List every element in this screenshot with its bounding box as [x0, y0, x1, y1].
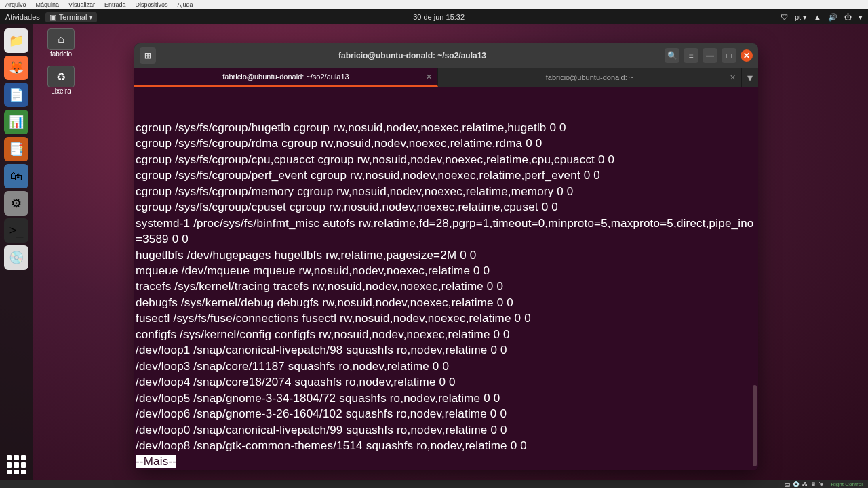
vm-menu-input[interactable]: Entrada — [104, 1, 126, 8]
terminal-line: systemd-1 /proc/sys/fs/binfmt_misc autof… — [136, 216, 757, 247]
vm-host-statusbar: 🖴 💿 🖧 🖥 🖱 Right Control — [0, 480, 868, 488]
terminal-line: /dev/loop3 /snap/core/11187 squashfs ro,… — [136, 359, 757, 374]
tab-dropdown-button[interactable]: ▾ — [742, 68, 758, 87]
vm-menu-devices[interactable]: Dispositivos — [135, 1, 167, 8]
pager-more-prompt[interactable]: --Mais-- — [136, 455, 176, 468]
vm-menu-help[interactable]: Ajuda — [177, 1, 193, 8]
terminal-line: /dev/loop4 /snap/core18/2074 squashfs ro… — [136, 374, 757, 390]
app-menu-label: Terminal ▾ — [59, 13, 94, 22]
volume-icon[interactable]: 🔊 — [828, 13, 837, 22]
desktop-icons-area: ⌂fabricio♻Lixeira — [41, 28, 81, 95]
minimize-icon: — — [706, 51, 714, 60]
terminal-line: hugetlbfs /dev/hugepages hugetlbfs rw,re… — [136, 247, 757, 263]
terminal-line: /dev/loop0 /snap/canonical-livepatch/99 … — [136, 422, 757, 438]
terminal-line: /dev/loop5 /snap/gnome-3-34-1804/72 squa… — [136, 390, 757, 406]
terminal-output[interactable]: cgroup /sys/fs/cgroup/hugetlb cgroup rw,… — [134, 87, 758, 470]
tab-label: fabricio@ubuntu-donald: ~/so2/aula13 — [222, 73, 349, 81]
new-tab-button[interactable]: ⊞ — [140, 47, 156, 64]
terminal-tab[interactable]: fabricio@ubuntu-donald: ~✕ — [438, 68, 742, 87]
terminal-line: /dev/loop6 /snap/gnome-3-26-1604/102 squ… — [136, 406, 757, 422]
vm-indicator-icon[interactable]: 🖱 — [818, 481, 824, 487]
folder-icon: ⌂ — [47, 28, 75, 50]
maximize-button[interactable]: □ — [722, 48, 736, 63]
language-indicator[interactable]: pt ▾ — [795, 13, 807, 22]
close-button[interactable]: ✕ — [741, 49, 753, 62]
app-menu-button[interactable]: ▣ Terminal ▾ — [45, 12, 98, 22]
terminal-line: cgroup /sys/fs/cgroup/memory cgroup rw,n… — [136, 184, 757, 199]
terminal-scrollbar[interactable] — [753, 385, 757, 466]
dock-item-disc[interactable]: 💿 — [4, 245, 28, 270]
system-menu-chevron-icon[interactable]: ▾ — [859, 13, 863, 22]
show-applications-button[interactable] — [7, 455, 26, 474]
power-icon[interactable]: ⏻ — [844, 13, 852, 21]
terminal-titlebar[interactable]: ⊞ fabricio@ubuntu-donald: ~/so2/aula13 🔍… — [134, 43, 758, 68]
tab-close-icon[interactable]: ✕ — [426, 73, 432, 81]
desktop-icon-label: Lixeira — [51, 87, 71, 95]
search-icon: 🔍 — [667, 51, 677, 60]
network-icon[interactable]: ▲ — [814, 13, 821, 21]
terminal-line: /dev/loop1 /snap/canonical-livepatch/98 … — [136, 342, 757, 358]
terminal-line: tracefs /sys/kernel/tracing tracefs rw,n… — [136, 279, 757, 294]
activities-button[interactable]: Atividades — [5, 13, 40, 21]
search-button[interactable]: 🔍 — [665, 48, 679, 63]
vm-indicator-icon[interactable]: 🖥 — [810, 481, 816, 487]
terminal-tabstrip: fabricio@ubuntu-donald: ~/so2/aula13✕fab… — [134, 68, 758, 87]
gnome-topbar: Atividades ▣ Terminal ▾ 30 de jun 15:32 … — [0, 9, 868, 24]
vm-host-menubar[interactable]: Arquivo Máquina Visualizar Entrada Dispo… — [0, 0, 868, 9]
clock[interactable]: 30 de jun 15:32 — [97, 13, 780, 21]
tab-close-icon[interactable]: ✕ — [730, 73, 736, 82]
terminal-line: cgroup /sys/fs/cgroup/perf_event cgroup … — [136, 167, 757, 183]
terminal-line: mqueue /dev/mqueue mqueue rw,nosuid,node… — [136, 263, 757, 279]
terminal-window: ⊞ fabricio@ubuntu-donald: ~/so2/aula13 🔍… — [134, 43, 758, 470]
terminal-line: fusectl /sys/fs/fuse/connections fusectl… — [136, 310, 757, 326]
vm-indicator-icon[interactable]: 🖴 — [785, 481, 790, 487]
minimize-button[interactable]: — — [703, 48, 717, 63]
terminal-line: cgroup /sys/fs/cgroup/hugetlb cgroup rw,… — [136, 120, 757, 136]
dock-item-impress[interactable]: 📑 — [4, 137, 28, 161]
vm-indicator-icon[interactable]: 🖧 — [802, 481, 808, 487]
vm-menu-machine[interactable]: Máquina — [36, 1, 60, 8]
terminal-line: cgroup /sys/fs/cgroup/cpu,cpuacct cgroup… — [136, 152, 757, 167]
vm-menu-view[interactable]: Visualizar — [68, 1, 95, 8]
close-icon: ✕ — [743, 51, 750, 60]
dock: 📁🦊📄📊📑🛍⚙>_💿 — [0, 24, 33, 480]
notification-icon[interactable]: 🛡 — [781, 13, 788, 21]
dock-item-calc[interactable]: 📊 — [4, 110, 28, 134]
desktop-icon-fabricio[interactable]: ⌂fabricio — [41, 28, 81, 58]
desktop: 📁🦊📄📊📑🛍⚙>_💿 ⌂fabricio♻Lixeira ⊞ fabricio@… — [0, 24, 868, 480]
new-tab-icon: ⊞ — [144, 51, 151, 60]
tab-label: fabricio@ubuntu-donald: ~ — [546, 73, 634, 81]
desktop-icon-label: fabricio — [50, 50, 72, 58]
terminal-line: debugfs /sys/kernel/debug debugfs rw,nos… — [136, 295, 757, 310]
desktop-icon-lixeira[interactable]: ♻Lixeira — [41, 66, 81, 95]
terminal-tab[interactable]: fabricio@ubuntu-donald: ~/so2/aula13✕ — [134, 68, 438, 87]
folder-icon: ♻ — [47, 66, 75, 87]
menu-button[interactable]: ≡ — [684, 48, 698, 63]
hamburger-icon: ≡ — [688, 51, 693, 60]
terminal-icon: ▣ — [50, 13, 56, 22]
dock-item-files[interactable]: 📁 — [4, 28, 28, 53]
maximize-icon: □ — [726, 51, 731, 60]
vm-indicator-icon[interactable]: 💿 — [793, 481, 800, 487]
dock-item-word[interactable]: 📄 — [4, 83, 28, 107]
terminal-line: /dev/loop8 /snap/gtk-common-themes/1514 … — [136, 438, 757, 453]
vm-host-key: Right Control — [831, 481, 863, 487]
dock-item-firefox[interactable]: 🦊 — [4, 56, 28, 80]
dock-item-terminal[interactable]: >_ — [4, 218, 28, 243]
terminal-line: configfs /sys/kernel/config configfs rw,… — [136, 327, 757, 342]
terminal-line: cgroup /sys/fs/cgroup/cpuset cgroup rw,n… — [136, 199, 757, 215]
vm-menu-file[interactable]: Arquivo — [5, 1, 26, 8]
window-title: fabricio@ubuntu-donald: ~/so2/aula13 — [160, 51, 665, 60]
dock-item-settings[interactable]: ⚙ — [4, 191, 28, 216]
dock-item-software[interactable]: 🛍 — [4, 164, 28, 188]
terminal-line: cgroup /sys/fs/cgroup/rdma cgroup rw,nos… — [136, 136, 757, 151]
